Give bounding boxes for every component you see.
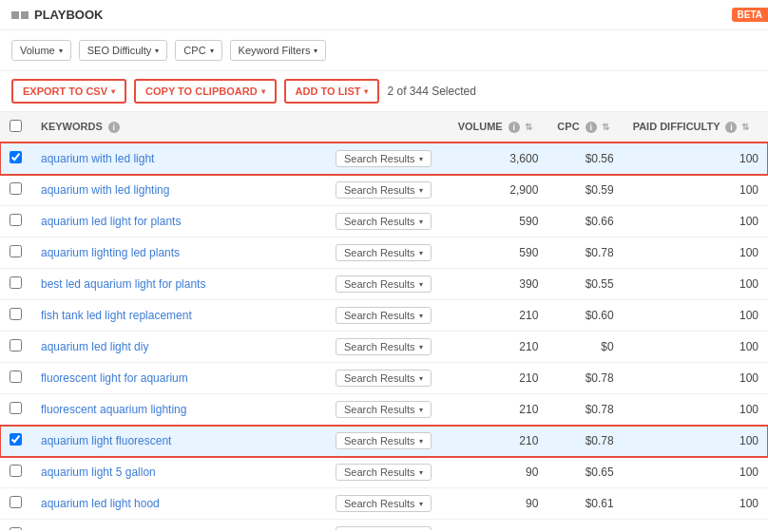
sort-icon[interactable]: ⇅ [602, 122, 609, 132]
search-results-badge[interactable]: Search Results ▾ [336, 213, 432, 230]
column-header-keywords: KEYWORDS i [31, 112, 326, 142]
keyword-cell[interactable]: aquarium led light diy [31, 332, 326, 363]
search-results-badge[interactable]: Search Results ▾ [336, 495, 432, 512]
actions-row: EXPORT TO CSV ▾COPY TO CLIPBOARD ▾ADD TO… [0, 71, 768, 112]
table-row: aquarium with led lightingSearch Results… [0, 175, 768, 206]
action-add-to-list[interactable]: ADD TO LIST ▾ [284, 79, 380, 104]
info-icon[interactable]: i [108, 122, 120, 133]
cpc-cell: $0.61 [547, 488, 623, 520]
action-export-csv[interactable]: EXPORT TO CSV ▾ [11, 79, 126, 104]
row-checkbox[interactable] [10, 433, 22, 446]
row-checkbox[interactable] [10, 527, 22, 530]
row-checkbox-cell [0, 142, 31, 175]
search-results-badge[interactable]: Search Results ▾ [336, 150, 432, 167]
filter-cpc[interactable]: CPC ▾ [175, 40, 221, 61]
keyword-cell[interactable]: aquarium led light for plants [31, 206, 326, 238]
caret-icon: ▾ [419, 374, 423, 383]
row-checkbox[interactable] [10, 465, 22, 477]
intent-cell: Search Results ▾ [326, 238, 449, 269]
row-checkbox[interactable] [10, 214, 22, 226]
row-checkbox[interactable] [10, 402, 22, 414]
row-checkbox-cell [0, 426, 31, 457]
volume-cell: 210 [449, 394, 548, 426]
row-checkbox[interactable] [10, 370, 22, 383]
row-checkbox[interactable] [10, 245, 22, 257]
cpc-cell: $0.78 [547, 363, 623, 394]
caret-icon: ▾ [419, 155, 423, 163]
paid-difficulty-cell: 100 [624, 142, 768, 175]
row-checkbox-cell [0, 238, 31, 269]
caret-icon: ▾ [419, 468, 423, 477]
search-results-badge[interactable]: Search Results ▾ [336, 526, 432, 530]
caret-icon: ▾ [364, 87, 368, 96]
intent-cell: Search Results ▾ [326, 394, 449, 426]
sort-icon[interactable]: ⇅ [741, 122, 749, 132]
keyword-cell[interactable]: aquarium led light hood [31, 488, 326, 520]
filter-volume[interactable]: Volume ▾ [11, 40, 71, 61]
search-results-badge[interactable]: Search Results ▾ [336, 338, 432, 355]
keyword-cell[interactable]: fluorescent aquarium lighting [31, 394, 326, 426]
caret-icon: ▾ [419, 280, 423, 289]
row-checkbox-cell [0, 457, 31, 488]
search-results-badge[interactable]: Search Results ▾ [336, 244, 432, 261]
info-icon[interactable]: i [725, 122, 737, 133]
keyword-cell[interactable]: best led aquarium light for plants [31, 269, 326, 300]
intent-cell: Search Results ▾ [326, 457, 449, 488]
row-checkbox[interactable] [10, 496, 22, 508]
search-results-badge[interactable]: Search Results ▾ [336, 401, 432, 418]
keyword-cell[interactable]: aquarium light 5 gallon [31, 457, 326, 488]
info-icon[interactable]: i [586, 122, 597, 133]
search-results-badge[interactable]: Search Results ▾ [336, 432, 432, 449]
intent-cell: Search Results ▾ [326, 363, 449, 394]
keyword-cell[interactable]: aquarium lighting led plants [31, 238, 326, 269]
keyword-cell[interactable]: fluorescent light for aquarium [31, 363, 326, 394]
volume-cell: 90 [449, 457, 548, 488]
row-checkbox[interactable] [10, 276, 22, 289]
paid-difficulty-cell: 98 [624, 520, 768, 531]
intent-cell: Search Results ▾ [326, 426, 449, 457]
keywords-table: KEYWORDS iVOLUME i ⇅CPC i ⇅PAID DIFFICUL… [0, 112, 768, 530]
keyword-cell[interactable]: aquarium light fluorescent [31, 426, 326, 457]
sort-icon[interactable]: ⇅ [525, 122, 532, 132]
paid-difficulty-cell: 100 [624, 300, 768, 332]
search-results-badge[interactable]: Search Results ▾ [336, 181, 432, 199]
search-results-badge[interactable]: Search Results ▾ [336, 370, 432, 387]
action-copy-clipboard[interactable]: COPY TO CLIPBOARD ▾ [134, 79, 277, 104]
caret-icon: ▾ [419, 500, 423, 508]
caret-icon: ▾ [419, 218, 423, 226]
search-results-badge[interactable]: Search Results ▾ [336, 307, 432, 324]
keyword-cell[interactable]: planted aquarium led lighting guide [31, 520, 326, 531]
filter-seo-difficulty[interactable]: SEO Difficulty ▾ [79, 40, 168, 61]
row-checkbox-cell [0, 394, 31, 426]
header-checkbox-cell [0, 112, 31, 142]
row-checkbox[interactable] [10, 308, 22, 320]
row-checkbox[interactable] [10, 182, 22, 195]
cpc-cell: $0.48 [547, 520, 623, 531]
caret-icon: ▾ [419, 186, 423, 195]
volume-cell: 210 [449, 426, 548, 457]
search-results-badge[interactable]: Search Results ▾ [336, 464, 432, 481]
cpc-cell: $0.60 [547, 300, 623, 332]
paid-difficulty-cell: 100 [624, 175, 768, 206]
filter-keyword-filters[interactable]: Keyword Filters ▾ [230, 40, 327, 61]
keyword-cell[interactable]: aquarium with led light [31, 142, 326, 175]
keyword-cell[interactable]: aquarium with led lighting [31, 175, 326, 206]
row-checkbox[interactable] [10, 151, 22, 163]
select-all-checkbox[interactable] [10, 120, 22, 132]
caret-icon: ▾ [419, 406, 423, 414]
info-icon[interactable]: i [509, 122, 520, 133]
keyword-cell[interactable]: fish tank led light replacement [31, 300, 326, 332]
row-checkbox[interactable] [10, 339, 22, 352]
table-row: aquarium light 5 gallonSearch Results ▾9… [0, 457, 768, 488]
paid-difficulty-cell: 100 [624, 488, 768, 520]
table-row: aquarium light fluorescentSearch Results… [0, 426, 768, 457]
search-results-badge[interactable]: Search Results ▾ [336, 276, 432, 293]
volume-cell: 210 [449, 363, 548, 394]
table-row: fluorescent aquarium lightingSearch Resu… [0, 394, 768, 426]
table-row: aquarium led light diySearch Results ▾21… [0, 332, 768, 363]
volume-cell: 90 [449, 520, 548, 531]
logo: PLAYBOOK [11, 8, 103, 22]
selected-count: 2 of 344 Selected [387, 85, 475, 98]
paid-difficulty-cell: 100 [624, 363, 768, 394]
cpc-cell: $0.56 [547, 142, 623, 175]
